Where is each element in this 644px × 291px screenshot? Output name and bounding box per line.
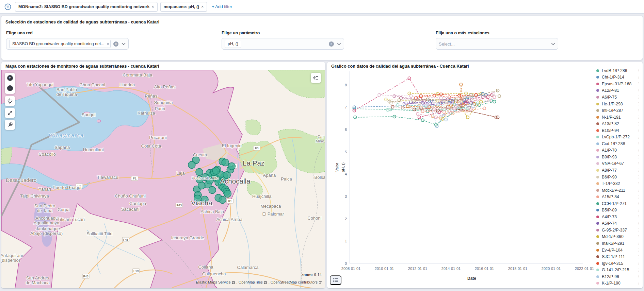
legend-item[interactable]: B9/P-93⋮ <box>594 154 641 160</box>
legend-item[interactable]: Ccd-1/P-288⋮ <box>594 140 641 147</box>
attribution-link[interactable]: OpenMapTiles <box>239 280 263 284</box>
data-point[interactable] <box>466 116 469 119</box>
data-point[interactable] <box>498 95 501 98</box>
data-point[interactable] <box>389 101 392 104</box>
legend-item-actions-icon[interactable]: ⋮ <box>637 175 641 179</box>
legend-item[interactable]: VNA-1/P-67⋮ <box>594 160 641 167</box>
map-layers-toggle-button[interactable] <box>311 73 321 83</box>
legend-item[interactable]: A1/P-70⋮ <box>594 147 641 154</box>
filter-pill-network[interactable]: MONname2: SIASBO BD groundwater quality … <box>15 2 158 12</box>
data-point[interactable] <box>409 95 413 98</box>
data-point[interactable] <box>408 92 411 95</box>
legend-item[interactable]: T-1/P-332⋮ <box>594 180 641 187</box>
station-marker[interactable] <box>188 161 195 169</box>
data-point[interactable] <box>439 97 442 100</box>
legend-item-actions-icon[interactable]: ⋮ <box>637 241 641 245</box>
data-point[interactable] <box>378 93 381 97</box>
chevron-down-icon[interactable] <box>551 42 555 45</box>
data-point[interactable] <box>418 116 421 119</box>
legend-item-actions-icon[interactable]: ⋮ <box>637 155 641 159</box>
data-point[interactable] <box>398 99 401 102</box>
data-point[interactable] <box>470 108 473 111</box>
legend-item-actions-icon[interactable]: ⋮ <box>637 82 641 86</box>
legend-item[interactable]: G-95-2/P-337⋮ <box>594 227 641 234</box>
legend-item[interactable]: B12/P-96⋮ <box>594 273 641 280</box>
data-point[interactable] <box>458 94 461 97</box>
legend-item-actions-icon[interactable]: ⋮ <box>637 68 641 73</box>
parameter-combobox[interactable]: pH, () × <box>222 38 344 50</box>
data-point[interactable] <box>385 98 388 101</box>
data-point[interactable] <box>431 102 434 105</box>
data-point[interactable] <box>391 105 394 108</box>
network-combobox[interactable]: SIASBO BD groundwater quality monitoring… <box>6 38 129 50</box>
data-point[interactable] <box>493 96 496 99</box>
legend-item[interactable]: Epsas-31/P-168⋮ <box>594 81 641 87</box>
station-marker[interactable] <box>222 159 229 166</box>
data-point[interactable] <box>468 99 471 102</box>
scatter-line-chart[interactable]: 0123456782008-01-012010-01-012012-01-012… <box>337 67 595 274</box>
station-marker[interactable] <box>209 187 216 194</box>
data-point[interactable] <box>415 97 418 100</box>
data-point[interactable] <box>408 77 411 80</box>
station-marker[interactable] <box>212 167 220 174</box>
data-point[interactable] <box>496 89 499 92</box>
legend-item-actions-icon[interactable]: ⋮ <box>637 95 641 99</box>
data-point[interactable] <box>396 104 399 107</box>
legend-item[interactable]: A5/P-74⋮ <box>594 220 641 227</box>
legend-item-actions-icon[interactable]: ⋮ <box>637 102 641 106</box>
chart-legend-toggle-button[interactable] <box>330 275 341 285</box>
data-point[interactable] <box>450 104 453 107</box>
data-point[interactable] <box>460 83 463 86</box>
stations-combobox[interactable]: Select... <box>436 38 558 50</box>
zoom-out-button[interactable]: − <box>5 83 15 93</box>
data-point[interactable] <box>480 100 483 103</box>
legend-item-actions-icon[interactable]: ⋮ <box>637 122 641 126</box>
map-image[interactable]: F1F1F1F1F3F43F43F43F19 Coromata BajaTito… <box>1 70 325 288</box>
data-point[interactable] <box>353 106 356 109</box>
data-point[interactable] <box>406 105 409 108</box>
fit-to-data-button[interactable] <box>5 108 15 118</box>
legend-item-actions-icon[interactable]: ⋮ <box>637 268 641 272</box>
data-point[interactable] <box>476 98 479 101</box>
data-point[interactable] <box>413 108 416 111</box>
data-point[interactable] <box>443 108 446 111</box>
legend-item[interactable]: LvdB-1/P-286⋮ <box>594 67 641 74</box>
legend-item[interactable]: G-141-2/P-215⋮ <box>594 267 641 273</box>
legend-item[interactable]: Inti-1/P-287⋮ <box>594 107 641 114</box>
chevron-down-icon[interactable] <box>337 42 341 45</box>
data-point[interactable] <box>441 117 444 120</box>
legend-item[interactable]: A12/P-81⋮ <box>594 87 641 94</box>
legend-item-actions-icon[interactable]: ⋮ <box>637 228 641 232</box>
data-point[interactable] <box>436 99 439 102</box>
data-point[interactable] <box>453 107 456 110</box>
legend-item-actions-icon[interactable]: ⋮ <box>637 201 641 206</box>
legend-item-actions-icon[interactable]: ⋮ <box>637 141 641 146</box>
legend-item-actions-icon[interactable]: ⋮ <box>637 281 641 286</box>
legend-item-actions-icon[interactable]: ⋮ <box>637 188 641 192</box>
legend-item-actions-icon[interactable]: ⋮ <box>637 88 641 93</box>
data-point[interactable] <box>354 116 357 119</box>
legend-item[interactable]: A6/P-75⋮ <box>594 94 641 101</box>
legend-item[interactable]: A8/P-77⋮ <box>594 167 641 174</box>
legend-item[interactable]: Ev-4/P-104⋮ <box>594 247 641 254</box>
station-marker[interactable] <box>198 182 205 189</box>
legend-item-actions-icon[interactable]: ⋮ <box>637 235 641 239</box>
data-point[interactable] <box>421 110 424 113</box>
add-filter-button[interactable]: + Add filter <box>210 4 234 9</box>
legend-item-actions-icon[interactable]: ⋮ <box>637 182 641 186</box>
data-point[interactable] <box>446 106 449 109</box>
remove-selection-icon[interactable]: × <box>107 42 109 46</box>
station-marker[interactable] <box>228 163 235 170</box>
data-point[interactable] <box>393 95 396 98</box>
legend-item-actions-icon[interactable]: ⋮ <box>637 195 641 199</box>
legend-item-actions-icon[interactable]: ⋮ <box>637 261 641 266</box>
map-canvas[interactable]: F1F1F1F1F3F43F43F43F19 Coromata BajaTito… <box>1 70 325 288</box>
data-point[interactable] <box>465 92 468 95</box>
legend-item[interactable]: N-1/P-191⋮ <box>594 114 641 121</box>
station-marker[interactable] <box>224 190 231 198</box>
data-point[interactable] <box>420 95 423 98</box>
data-point[interactable] <box>488 99 491 102</box>
remove-filter-icon[interactable]: × <box>201 4 204 9</box>
station-marker[interactable] <box>196 169 203 176</box>
data-point[interactable] <box>401 106 404 109</box>
